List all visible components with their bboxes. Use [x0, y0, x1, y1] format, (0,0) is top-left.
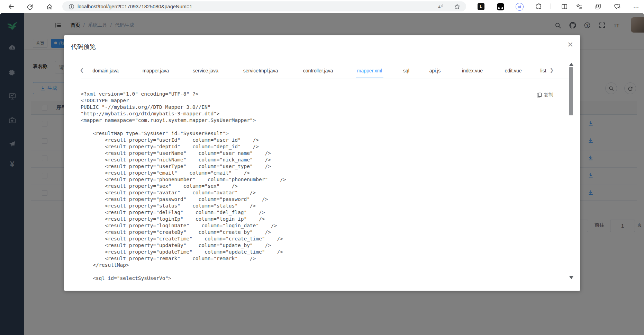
tabs-bottom-border: [81, 79, 569, 79]
scrollbar-up-icon[interactable]: [569, 63, 573, 66]
tab-mapper-xml[interactable]: mapper.xml: [357, 68, 382, 73]
more-menu-icon[interactable]: …: [632, 2, 640, 11]
web-page: ¥ 首页/系统工具/代码生成 ? тТ ▼ 首页 代码生成 表名称 生: [0, 13, 644, 335]
browser-refresh-icon[interactable]: [25, 2, 35, 11]
extension-ai-icon[interactable]: Ai: [515, 2, 524, 11]
tab-api-js[interactable]: api.js: [429, 68, 441, 73]
tab-service-java[interactable]: service.java: [193, 68, 218, 73]
extensions-puzzle-icon[interactable]: [535, 2, 543, 11]
favorite-star-icon[interactable]: [453, 2, 461, 11]
site-info-icon[interactable]: [67, 2, 75, 11]
close-icon[interactable]: ✕: [565, 39, 575, 50]
tab-edit-vue[interactable]: edit.vue: [505, 68, 521, 73]
browser-home-icon[interactable]: [45, 2, 54, 11]
tab-index-vue[interactable]: index.vue: [462, 68, 483, 73]
duplicate-tab-icon[interactable]: [594, 2, 602, 11]
browser-back-icon[interactable]: [6, 2, 16, 11]
collections-icon[interactable]: [575, 2, 583, 11]
split-screen-icon[interactable]: [560, 2, 569, 11]
read-aloud-icon[interactable]: A: [436, 2, 445, 11]
tabs-scroll-right-icon[interactable]: ❯: [550, 68, 554, 73]
code-preview-dialog: 代码预览 ✕ ❮ ❯ domain.java mapper.java servi…: [64, 35, 580, 291]
url-text[interactable]: localhost/tool/gen?t=1709371825080&pageN…: [78, 4, 192, 9]
dialog-title: 代码预览: [71, 43, 96, 51]
address-bar[interactable]: localhost/tool/gen?t=1709371825080&pageN…: [62, 1, 466, 11]
svg-text:A: A: [438, 5, 441, 9]
scrollbar-down-icon[interactable]: [569, 276, 573, 279]
active-tab-underline: [356, 78, 383, 78]
tabs-scroll-left-icon[interactable]: ❮: [80, 68, 84, 73]
tab-mapper-java[interactable]: mapper.java: [143, 68, 169, 73]
browser-essentials-icon[interactable]: [613, 2, 621, 11]
code-content[interactable]: <?xml version="1.0" encoding="UTF-8" ?> …: [81, 91, 565, 285]
tab-list-vue[interactable]: list: [540, 68, 546, 73]
tab-sql[interactable]: sql: [403, 68, 409, 73]
tab-domain-java[interactable]: domain.java: [92, 68, 119, 73]
toolbar-divider: [551, 3, 551, 9]
extension-l-icon[interactable]: L: [477, 2, 485, 11]
scrollbar-thumb[interactable]: [569, 67, 573, 115]
extension-dots-icon[interactable]: [496, 2, 505, 11]
browser-toolbar: localhost/tool/gen?t=1709371825080&pageN…: [0, 0, 644, 13]
tab-serviceimpl-java[interactable]: serviceImpl.java: [243, 68, 278, 73]
tab-controller-java[interactable]: controller.java: [303, 68, 333, 73]
